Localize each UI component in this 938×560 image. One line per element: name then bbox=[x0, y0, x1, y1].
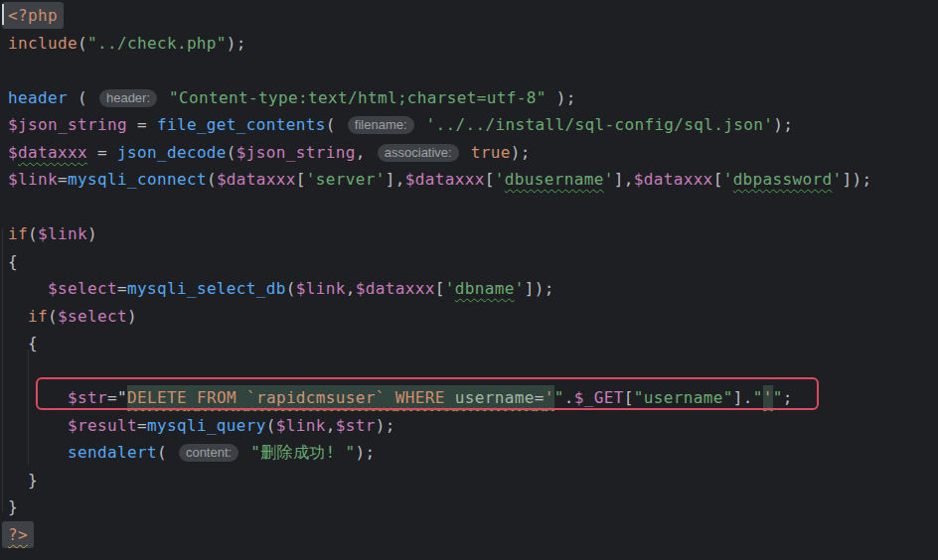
code-token: $json_string bbox=[236, 143, 356, 162]
code-line[interactable]: sendalert( content: "删除成功! "); bbox=[8, 439, 938, 467]
code-token: $str bbox=[68, 388, 107, 407]
code-token: '../../install/sql-config/sql.json' bbox=[426, 115, 774, 134]
code-token: = bbox=[87, 143, 117, 162]
code-line[interactable]: { bbox=[8, 330, 938, 357]
code-token: $dataxxx bbox=[217, 170, 296, 189]
code-token: , bbox=[346, 279, 356, 298]
indent-guide bbox=[28, 350, 29, 465]
code-token: , bbox=[326, 416, 336, 435]
code-line[interactable]: $str="DELETE FROM `rapidcmsuser` WHERE u… bbox=[8, 384, 938, 412]
code-token: ( bbox=[207, 170, 217, 189]
code-token: ) bbox=[127, 307, 137, 326]
parameter-hint-pill[interactable]: header: bbox=[99, 89, 157, 107]
code-line[interactable] bbox=[8, 357, 938, 385]
code-line[interactable]: $select=mysqli_select_db($link,$dataxxx[… bbox=[8, 275, 938, 303]
code-token: sendalert bbox=[68, 443, 157, 462]
code-token: " bbox=[117, 388, 127, 407]
code-line[interactable]: } bbox=[8, 467, 938, 494]
code-token: ( bbox=[28, 224, 38, 243]
code-token: mysqli_connect bbox=[68, 170, 207, 189]
code-token bbox=[8, 307, 28, 326]
code-token: ( bbox=[78, 34, 87, 53]
code-token bbox=[386, 388, 395, 407]
code-token: `rapidcmsuser` bbox=[246, 388, 386, 407]
code-token: ( bbox=[48, 307, 58, 326]
code-line[interactable] bbox=[8, 194, 938, 221]
code-line[interactable]: } bbox=[8, 493, 938, 521]
code-token: true bbox=[471, 143, 511, 162]
code-token bbox=[8, 416, 68, 435]
code-line[interactable]: $dataxxx = json_decode($json_string, ass… bbox=[8, 139, 938, 167]
code-token: ' bbox=[604, 170, 614, 189]
code-area[interactable]: <?phpinclude("../check.php"); header ( h… bbox=[8, 2, 938, 548]
code-line[interactable]: $link=mysqli_connect($dataxxx['server'],… bbox=[8, 166, 938, 194]
code-token: if bbox=[28, 307, 48, 326]
code-token: { bbox=[8, 334, 38, 352]
code-token bbox=[445, 388, 455, 407]
code-token bbox=[236, 388, 246, 407]
code-token: , bbox=[356, 143, 376, 162]
code-token: = bbox=[107, 388, 117, 407]
parameter-hint-pill[interactable]: filename: bbox=[348, 116, 414, 134]
code-token: } bbox=[8, 497, 18, 516]
code-token: username bbox=[455, 388, 535, 407]
code-token bbox=[461, 143, 471, 162]
code-token bbox=[8, 443, 68, 462]
code-token: = bbox=[58, 170, 68, 189]
code-editor[interactable]: <?phpinclude("../check.php"); header ( h… bbox=[0, 0, 938, 560]
code-token bbox=[416, 115, 426, 134]
code-token: ( bbox=[326, 115, 346, 134]
code-token: ' bbox=[763, 388, 773, 407]
code-token bbox=[240, 443, 250, 462]
code-token: = bbox=[137, 416, 147, 435]
code-token: $json_string bbox=[8, 115, 127, 134]
code-line[interactable]: header ( header: "Content-type:text/html… bbox=[8, 84, 938, 112]
code-token: header bbox=[8, 88, 68, 107]
code-token: { bbox=[8, 252, 18, 271]
code-token: if bbox=[8, 224, 28, 243]
code-token: "../check.php" bbox=[87, 34, 227, 53]
code-token: ' bbox=[445, 279, 455, 298]
code-line[interactable]: if($link) bbox=[8, 220, 938, 248]
code-token: ?> bbox=[2, 521, 34, 548]
code-token: ' bbox=[495, 170, 505, 189]
code-token: $link bbox=[276, 416, 326, 435]
code-token: WHERE bbox=[395, 388, 445, 407]
code-token: $select bbox=[48, 279, 117, 298]
code-token: $result bbox=[68, 416, 137, 435]
code-token: ' bbox=[833, 170, 843, 189]
code-token: "删除成功! " bbox=[250, 443, 355, 462]
code-token: ]. bbox=[733, 388, 753, 407]
code-token: = bbox=[117, 279, 127, 298]
injected-sql-fragment: DELETE FROM `rapidcmsuser` WHERE usernam… bbox=[127, 385, 554, 411]
code-token: " bbox=[554, 388, 564, 407]
code-token: ( bbox=[68, 88, 97, 107]
code-token: = bbox=[535, 388, 545, 407]
code-token: file_get_contents bbox=[157, 115, 326, 134]
code-token: ) bbox=[87, 224, 97, 243]
code-token: $dataxxx bbox=[405, 170, 485, 189]
code-line[interactable]: $json_string = file_get_contents( filena… bbox=[8, 111, 938, 139]
code-token: [ bbox=[296, 170, 306, 189]
code-line[interactable]: if($select) bbox=[8, 303, 938, 331]
code-line[interactable]: { bbox=[8, 248, 938, 276]
indent-guide bbox=[2, 228, 3, 511]
code-token: ); bbox=[773, 115, 793, 134]
code-token: ]); bbox=[843, 170, 872, 189]
code-line[interactable]: $result=mysqli_query($link,$str); bbox=[8, 412, 938, 440]
parameter-hint-pill[interactable]: associative: bbox=[378, 144, 459, 162]
code-line[interactable]: <?php bbox=[8, 2, 938, 30]
code-token: ); bbox=[227, 34, 246, 53]
code-token: [ bbox=[485, 170, 495, 189]
code-token bbox=[187, 388, 197, 407]
code-line[interactable]: include("../check.php"); bbox=[8, 30, 938, 58]
code-token: ' bbox=[723, 170, 733, 189]
code-line[interactable]: ?> bbox=[8, 521, 938, 549]
code-token: "username" bbox=[634, 388, 733, 407]
code-token: ]); bbox=[525, 279, 554, 298]
code-token: " bbox=[753, 388, 763, 407]
code-token: $str bbox=[336, 416, 376, 435]
parameter-hint-pill[interactable]: content: bbox=[179, 444, 238, 462]
code-token: [ bbox=[435, 279, 445, 298]
code-line[interactable] bbox=[8, 57, 938, 84]
